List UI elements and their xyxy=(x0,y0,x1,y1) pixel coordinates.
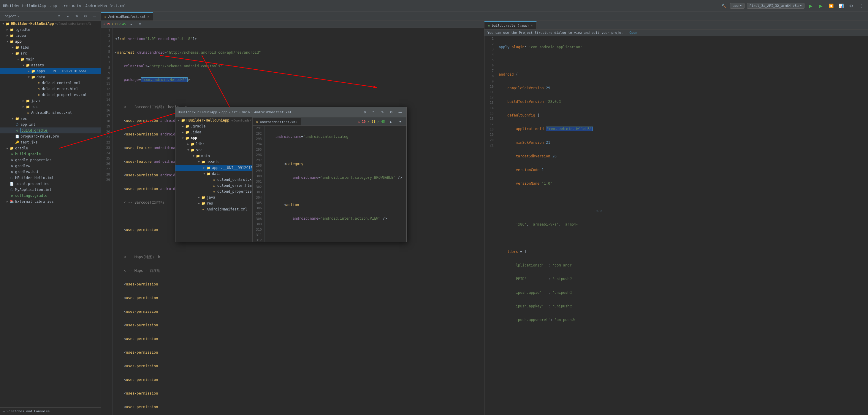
breadcrumb-item-2[interactable]: app xyxy=(51,4,57,8)
tree-item-gradlew-bat[interactable]: ▶ ⚙ gradlew.bat xyxy=(0,169,101,175)
popup-idea[interactable]: ▶ 📁 .idea xyxy=(176,129,252,135)
tree-item-src[interactable]: ▼ 📁 src xyxy=(0,50,101,56)
debug-button[interactable]: ▶ xyxy=(817,2,825,10)
tree-item-external-libs[interactable]: ▶ 📚 External Libraries xyxy=(0,199,101,205)
popup-app[interactable]: ▼ 📁 app xyxy=(176,135,252,141)
tree-item-res-outer[interactable]: ▶ 📁 res xyxy=(0,115,101,122)
popup-dcloud-ctrl[interactable]: ▶ ≋ dcloud_control.xml xyxy=(176,177,252,183)
popup-expand-btn[interactable]: ▲ xyxy=(387,118,395,126)
popup-code-area[interactable]: android:name="android.intent.categ <cate… xyxy=(265,126,406,242)
tree-item-test-jks[interactable]: ▶ 🔑 test.jks xyxy=(0,139,101,145)
popup-settings-button[interactable]: ⚙ xyxy=(388,108,395,116)
breadcrumb-item-5[interactable]: AndroidManifest.xml xyxy=(86,4,126,8)
popup-gradle[interactable]: ▶ 📁 .gradle xyxy=(176,123,252,129)
tree-item-myapp[interactable]: ▶ ⬡ MyApplication.iml xyxy=(0,187,101,193)
editor-content-right[interactable]: 1234 5678 9101112 13141516 17181920 21 a… xyxy=(485,36,868,415)
popup-assets-icon: 📁 xyxy=(201,160,206,164)
hammer-button[interactable]: 🔨 xyxy=(720,2,727,10)
popup-sidebar[interactable]: ▼ 📁 HBuilder-HelloUniApp ~/Downloads/lat… xyxy=(176,117,253,242)
settings-button[interactable]: ⚙ xyxy=(847,2,855,10)
popup-tree-root[interactable]: ▼ 📁 HBuilder-HelloUniApp ~/Downloads/lat… xyxy=(176,117,252,123)
popup-sort-button[interactable]: ⇅ xyxy=(378,108,386,116)
gradlew-bat-icon: ⚙ xyxy=(9,170,14,174)
popup-locate-button[interactable]: ⊕ xyxy=(361,108,368,116)
sidebar-content[interactable]: ▼ 📁 HBuilder-HelloUniApp ~/Downloads/lat… xyxy=(0,21,101,407)
popup-java[interactable]: ▶ 📁 java xyxy=(176,195,252,200)
tree-item-build-gradle-app[interactable]: ▶ ⚙ build.gradle xyxy=(0,128,101,133)
coverage-button[interactable]: ⏩ xyxy=(827,2,835,10)
tree-item-apps-uni[interactable]: ▶ 📁 apps.__UNI__D912C1B.www xyxy=(0,68,101,74)
popup-manifest[interactable]: ▶ ≋ AndroidManifest.xml xyxy=(176,206,252,212)
test-jks-label: test.jks xyxy=(21,140,38,144)
popup-src[interactable]: ▼ 📁 src xyxy=(176,147,252,153)
res-inner-icon: 📁 xyxy=(26,104,30,109)
tree-item-hbuilder-hello[interactable]: ▶ ⬡ HBuilder-Hello.iml xyxy=(0,175,101,181)
tree-item-gradle[interactable]: ▶ 📁 .gradle xyxy=(0,27,101,33)
tree-item-libs[interactable]: ▶ 📁 libs xyxy=(0,44,101,50)
tree-item-gradlew[interactable]: ▶ ⚙ gradlew xyxy=(0,163,101,169)
tree-item-gradle-folder[interactable]: ▶ 📁 gradle xyxy=(0,145,101,151)
popup-libs[interactable]: ▶ 📁 libs xyxy=(176,141,252,147)
notification-link[interactable]: Open xyxy=(629,31,637,35)
tree-item-app[interactable]: ▼ 📁 app xyxy=(0,38,101,44)
breadcrumb-item-4[interactable]: main xyxy=(72,4,81,8)
tree-item-assets[interactable]: ▼ 📁 assets xyxy=(0,62,101,68)
tree-item-dcloud-props[interactable]: ▶ ≋ dcloud_properties.xml xyxy=(0,92,101,98)
gradle-label: .gradle xyxy=(15,28,30,32)
popup-dcloud-err[interactable]: ▶ ◻ dcloud_error.html xyxy=(176,183,252,188)
popup-tab-manifest[interactable]: ≋ AndroidManifest.xml xyxy=(253,118,301,126)
popup-res[interactable]: ▶ 📁 res xyxy=(176,200,252,206)
sidebar-sort-button[interactable]: ⇅ xyxy=(73,12,81,20)
scratches-consoles[interactable]: ☰ Scratches and Consoles xyxy=(0,407,101,415)
tree-item-java[interactable]: ▶ 📁 java xyxy=(0,98,101,104)
popup-dcloud-props[interactable]: ▶ ≋ dcloud_properties.xml xyxy=(176,188,252,195)
tab-androidmanifest-close[interactable]: × xyxy=(147,15,149,19)
tree-item-data[interactable]: ▼ 📁 data xyxy=(0,74,101,80)
tree-item-proguard[interactable]: ▶ 📄 proguard-rules.pro xyxy=(0,133,101,139)
tree-root[interactable]: ▼ 📁 HBuilder-HelloUniApp ~/Downloads/lat… xyxy=(0,21,101,27)
popup-collapse-button[interactable]: ≡ xyxy=(370,108,377,116)
settings-gradle-icon: ⚙ xyxy=(9,193,14,198)
device-config[interactable]: Pixel_3a_API_32_arm64-v8a ▾ xyxy=(747,3,804,9)
tab-build-gradle[interactable]: ⚙ build.gradle (:app) × xyxy=(485,21,537,29)
tree-item-settings-gradle[interactable]: ▶ ⚙ settings.gradle xyxy=(0,193,101,199)
sidebar-dropdown-icon[interactable]: ▾ xyxy=(17,14,19,18)
idea-icon: 📁 xyxy=(9,33,14,38)
collapse-errors-left[interactable]: ▼ xyxy=(136,21,144,28)
warning-count-left: ⚡ 11 xyxy=(111,22,118,26)
sidebar-collapse-button[interactable]: ≡ xyxy=(64,12,71,20)
tree-item-res-inner[interactable]: ▶ 📁 res xyxy=(0,104,101,110)
popup-main[interactable]: ▼ 📁 main xyxy=(176,153,252,159)
right-code-11: versionName "1.0" xyxy=(499,181,865,186)
popup-data[interactable]: ▼ 📁 data xyxy=(176,171,252,177)
tree-item-idea[interactable]: ▶ 📁 .idea xyxy=(0,33,101,38)
expand-errors-left[interactable]: ▲ xyxy=(127,21,135,28)
tree-item-local-props[interactable]: ▶ 📄 local.properties xyxy=(0,181,101,187)
tab-androidmanifest[interactable]: ≋ AndroidManifest.xml × xyxy=(101,12,153,21)
popup-apps-uni[interactable]: ▶ 📁 apps.__UNI__D912C1B.www xyxy=(176,165,252,171)
tree-item-main[interactable]: ▼ 📁 main xyxy=(0,56,101,62)
tree-item-manifest[interactable]: ▶ ≋ AndroidManifest.xml xyxy=(0,110,101,115)
popup-assets[interactable]: ▼ 📁 assets xyxy=(176,159,252,165)
tree-item-dcloud-control[interactable]: ▶ ≋ dcloud_control.xml xyxy=(0,80,101,86)
sidebar-settings-button[interactable]: ⚙ xyxy=(82,12,89,20)
code-line-19: <uses-permission xyxy=(115,282,482,287)
more-button[interactable]: ⋮ xyxy=(857,2,865,10)
breadcrumb-item-1[interactable]: HBuilder-HelloUniApp xyxy=(3,4,46,8)
tree-item-dcloud-error[interactable]: ▶ ◻ dcloud_error.html xyxy=(0,86,101,92)
tree-item-gradle-properties[interactable]: ▶ ⚙ gradle.properties xyxy=(0,157,101,163)
popup-code-content[interactable]: 291292293294 295296297298 299300301302 3… xyxy=(253,126,406,242)
code-area-right[interactable]: apply plugin: 'com.android.application' … xyxy=(496,36,868,415)
popup-collapse-btn[interactable]: ▼ xyxy=(396,118,404,126)
tree-item-app-iml[interactable]: ▶ ⬡ app.iml xyxy=(0,122,101,128)
breadcrumb-item-3[interactable]: src xyxy=(61,4,68,8)
sidebar-close-button[interactable]: — xyxy=(91,12,98,20)
tab-build-gradle-close[interactable]: × xyxy=(531,24,532,27)
popup-bc-2: app xyxy=(221,110,227,114)
sidebar-locate-button[interactable]: ⊕ xyxy=(55,12,63,20)
profile-button[interactable]: 📊 xyxy=(837,2,845,10)
run-button[interactable]: ▶ xyxy=(807,2,814,10)
popup-minimize-button[interactable]: — xyxy=(396,108,404,116)
run-config[interactable]: app ▾ xyxy=(730,3,745,9)
tree-item-build-gradle-root[interactable]: ▶ ⚙ build.gradle xyxy=(0,151,101,157)
